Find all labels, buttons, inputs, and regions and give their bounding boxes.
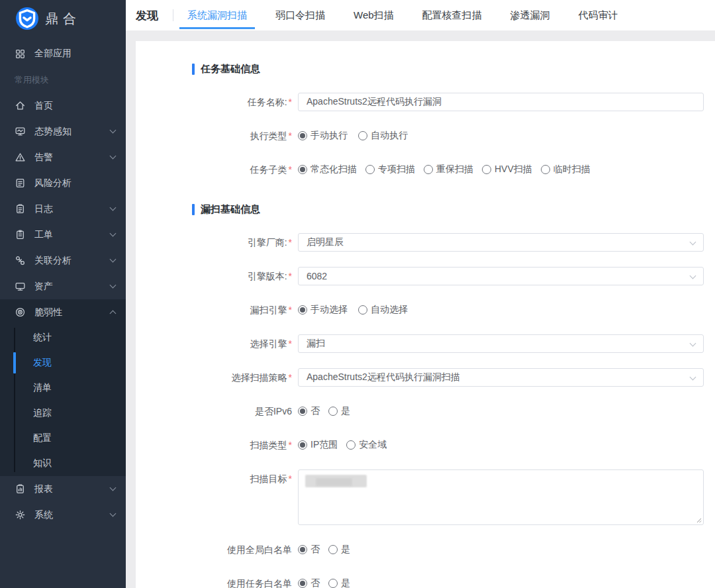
- section-task-basic-info: 任务基础信息: [192, 63, 715, 75]
- radio-security-zone[interactable]: 安全域: [346, 439, 387, 451]
- radio-special-scan[interactable]: 专项扫描: [365, 164, 415, 175]
- engine-select-dropdown[interactable]: 漏扫: [298, 334, 704, 353]
- row-ipv6: 是否IPv6 否 是: [136, 402, 715, 420]
- radio-ipv6-no[interactable]: 否: [298, 405, 320, 417]
- sidebar: 鼎合 全部应用 常用模块 首页 态势感知 告警: [0, 0, 126, 588]
- radio-icon[interactable]: [298, 305, 307, 315]
- sidebar-item-assets[interactable]: 资产: [0, 273, 126, 299]
- radio-global-whitelist-no[interactable]: 否: [298, 544, 320, 556]
- radio-icon[interactable]: [298, 440, 307, 450]
- tab-config-check-scan[interactable]: 配置核查扫描: [422, 0, 482, 30]
- radio-icon[interactable]: [298, 131, 307, 140]
- tab-label: 渗透漏洞: [510, 9, 550, 22]
- gear-icon: [15, 509, 26, 520]
- required-asterisk: *: [289, 338, 292, 349]
- page-title: 发现: [136, 8, 158, 23]
- sidebar-item-system[interactable]: 系统: [0, 502, 126, 528]
- sidebar-group-vulnerability: 脆弱性 统计 发现 清单 追踪 配置 知识: [0, 299, 126, 476]
- tab-penetration-vuln[interactable]: 渗透漏洞: [510, 0, 550, 30]
- radio-key-protect-scan[interactable]: 重保扫描: [424, 164, 473, 175]
- section-title: 任务基础信息: [201, 63, 260, 75]
- radio-manual-select[interactable]: 手动选择: [298, 304, 348, 316]
- asset-monitor-icon: [15, 281, 26, 292]
- sidebar-group-label: 常用模块: [0, 68, 126, 93]
- scan-policy-select[interactable]: ApacheStruts2远程代码执行漏洞扫描: [298, 368, 704, 387]
- sidebar-item-home[interactable]: 首页: [0, 93, 126, 119]
- chevron-down-icon: [690, 273, 696, 279]
- row-exec-type: 执行类型* 手动执行 自动执行: [136, 126, 715, 145]
- radio-icon[interactable]: [298, 545, 307, 554]
- radio-global-whitelist-yes[interactable]: 是: [328, 544, 350, 556]
- radio-icon[interactable]: [358, 305, 367, 315]
- radio-icon[interactable]: [328, 545, 338, 554]
- radio-icon[interactable]: [298, 165, 307, 174]
- sidebar-item-label: 风险分析: [34, 177, 115, 189]
- sidebar-item-vulnerability[interactable]: 脆弱性: [0, 299, 126, 325]
- tab-system-vuln-scan[interactable]: 系统漏洞扫描: [187, 0, 247, 30]
- shield-logo-icon: [16, 7, 38, 30]
- sidebar-item-reports[interactable]: 报表: [0, 476, 126, 502]
- chevron-down-icon: [110, 127, 117, 134]
- radio-routine-scan[interactable]: 常态化扫描: [298, 164, 357, 175]
- brand-logo[interactable]: 鼎合: [0, 0, 126, 37]
- select-value: 启明星辰: [307, 236, 344, 248]
- sidebar-subitem-tracking[interactable]: 追踪: [0, 401, 126, 426]
- radio-temp-scan[interactable]: 临时扫描: [541, 164, 591, 175]
- chevron-down-icon: [110, 511, 117, 517]
- scan-target-textarea[interactable]: [298, 469, 704, 525]
- tab-label: Web扫描: [354, 9, 394, 22]
- radio-icon[interactable]: [365, 165, 375, 174]
- radio-icon[interactable]: [346, 440, 356, 450]
- select-value: 漏扫: [307, 338, 325, 350]
- sidebar-subitem-discovery[interactable]: 发现: [0, 350, 126, 375]
- sidebar-item-logs[interactable]: 日志: [0, 196, 126, 222]
- radio-icon[interactable]: [298, 407, 307, 416]
- radio-ip-range[interactable]: IP范围: [298, 439, 338, 451]
- sidebar-subitem-statistics[interactable]: 统计: [0, 325, 126, 350]
- required-asterisk: *: [289, 164, 292, 175]
- tab-web-scan[interactable]: Web扫描: [354, 0, 394, 30]
- radio-icon[interactable]: [328, 579, 338, 588]
- sidebar-subitem-knowledge[interactable]: 知识: [0, 451, 126, 476]
- radio-task-whitelist-yes[interactable]: 是: [328, 577, 350, 588]
- required-asterisk: *: [289, 473, 292, 484]
- engine-vendor-select[interactable]: 启明星辰: [298, 233, 704, 252]
- sidebar-subitem-inventory[interactable]: 清单: [0, 375, 126, 401]
- sidebar-subitem-config[interactable]: 配置: [0, 426, 126, 451]
- tab-code-audit[interactable]: 代码审计: [579, 0, 618, 30]
- tab-weak-password-scan[interactable]: 弱口令扫描: [275, 0, 325, 30]
- radio-icon[interactable]: [482, 165, 491, 174]
- radio-icon[interactable]: [358, 131, 367, 140]
- resize-handle-icon[interactable]: [695, 516, 702, 523]
- radio-auto-select[interactable]: 自动选择: [358, 304, 408, 316]
- sidebar-item-risk-analysis[interactable]: 风险分析: [0, 170, 126, 196]
- engine-version-select[interactable]: 6082: [298, 267, 704, 285]
- tab-label: 配置核查扫描: [422, 9, 482, 22]
- radio-auto-exec[interactable]: 自动执行: [358, 130, 408, 142]
- ticket-clipboard-icon: [15, 229, 26, 240]
- app-root: 鼎合 全部应用 常用模块 首页 态势感知 告警: [0, 0, 715, 588]
- sidebar-item-label: 首页: [34, 100, 115, 112]
- radio-hvv-scan[interactable]: HVV扫描: [482, 164, 532, 175]
- required-asterisk: *: [289, 372, 292, 383]
- radio-icon[interactable]: [298, 579, 307, 588]
- radio-manual-exec[interactable]: 手动执行: [298, 130, 348, 142]
- radio-ipv6-yes[interactable]: 是: [328, 405, 350, 417]
- radio-icon[interactable]: [424, 165, 433, 174]
- sidebar-item-alerts[interactable]: 告警: [0, 144, 126, 170]
- sidebar-item-all-apps[interactable]: 全部应用: [0, 40, 126, 68]
- field-label: 漏扫引擎*: [136, 301, 298, 319]
- tab-label: 代码审计: [579, 9, 618, 22]
- radio-task-whitelist-no[interactable]: 否: [298, 577, 320, 588]
- task-name-input[interactable]: [298, 93, 704, 111]
- radio-icon[interactable]: [541, 165, 550, 174]
- sidebar-item-situation[interactable]: 态势感知: [0, 119, 126, 144]
- subitem-label: 追踪: [33, 407, 52, 419]
- field-label: 使用任务白名单: [136, 574, 298, 588]
- sidebar-item-label: 关联分析: [34, 255, 111, 267]
- sidebar-item-correlation[interactable]: 关联分析: [0, 248, 126, 273]
- link-analysis-icon: [15, 255, 26, 266]
- radio-icon[interactable]: [328, 407, 338, 416]
- sidebar-item-tickets[interactable]: 工单: [0, 222, 126, 248]
- row-scan-target: 扫描目标*: [136, 469, 715, 525]
